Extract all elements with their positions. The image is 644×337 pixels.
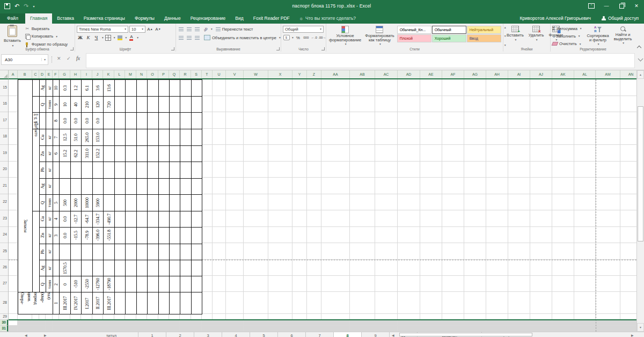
row-header-23[interactable]: 23 <box>0 210 8 227</box>
sheet-tab-1[interactable]: 1 <box>138 332 166 337</box>
minimize-button[interactable]: — <box>599 0 614 12</box>
cell-G22[interactable]: 500 <box>60 195 70 210</box>
active-cell-A30[interactable] <box>9 320 17 325</box>
select-all-corner[interactable] <box>0 70 9 79</box>
dialog-launcher-clipboard-icon[interactable] <box>70 47 74 50</box>
borders-button[interactable] <box>105 34 112 41</box>
tab-page-layout[interactable]: Разметка страницы <box>79 13 130 24</box>
column-header-AL[interactable]: AL <box>574 70 596 78</box>
column-header-L[interactable]: L <box>114 70 125 78</box>
share-button[interactable]: Общий доступ <box>596 13 644 24</box>
row-header-15[interactable]: 15 <box>0 79 8 96</box>
column-header-AB[interactable]: AB <box>350 70 375 78</box>
align-right-button[interactable] <box>194 34 201 41</box>
column-header-AI[interactable]: AI <box>508 70 530 78</box>
comma-style-button[interactable]: 000 <box>303 34 310 41</box>
column-header-Y[interactable]: Y <box>292 70 307 78</box>
sheet-tab-2[interactable]: 2 <box>166 332 194 337</box>
restore-button[interactable] <box>614 0 629 12</box>
cell-E22[interactable]: тонн <box>46 195 53 210</box>
tab-view[interactable]: Вид <box>230 13 248 24</box>
cell-H28[interactable]: IV.2017 <box>71 292 81 314</box>
italic-button[interactable]: К <box>85 34 92 41</box>
row-header-31[interactable]: 31 <box>0 326 8 332</box>
cell-G24[interactable]: 0.0 <box>60 228 70 243</box>
qat-customize-icon[interactable]: ▾ <box>33 4 34 8</box>
number-format-select[interactable]: Общий▾ <box>283 26 324 33</box>
cell-J16[interactable]: 120 <box>93 97 103 112</box>
sheet-tab-9[interactable]: 9 <box>362 332 390 337</box>
cell-I27[interactable]: -2550 <box>82 276 92 292</box>
sheet-tab-3[interactable]: 3 <box>194 332 222 337</box>
name-box-arrow-icon[interactable]: ▾ <box>41 58 48 61</box>
cell-G27[interactable]: 0 <box>60 276 70 292</box>
cell-E24[interactable]: кг <box>46 228 53 243</box>
cell-I23[interactable]: -64.7 <box>82 211 92 227</box>
close-button[interactable]: ✕ <box>629 0 644 12</box>
cancel-icon[interactable]: ✕ <box>57 56 61 61</box>
style-chip-3[interactable]: Нейтральный <box>467 26 501 34</box>
column-header-I[interactable]: I <box>81 70 92 78</box>
scroll-down-icon[interactable]: ▼ <box>637 323 644 332</box>
cell-I18[interactable]: 265.0 <box>82 129 92 145</box>
column-header-AG[interactable]: AG <box>464 70 486 78</box>
underline-button[interactable]: Ч <box>93 34 100 41</box>
redo-icon[interactable]: ↷ <box>24 3 28 9</box>
font-name-select[interactable]: Times New Roma▾ <box>77 26 128 33</box>
cell-D20[interactable]: Pb <box>40 162 46 178</box>
column-header-AN[interactable]: AN <box>620 70 636 78</box>
percent-style-button[interactable]: % <box>295 34 302 41</box>
row-header-25[interactable]: 25 <box>0 243 8 260</box>
column-header-O[interactable]: O <box>147 70 158 78</box>
copy-button[interactable]: Копировать▾ <box>25 33 68 40</box>
cell-K16[interactable]: 720 <box>104 97 114 112</box>
cell-D19[interactable]: Zn <box>40 145 46 162</box>
row-header-22[interactable]: 22 <box>0 194 8 210</box>
wrap-text-button[interactable]: Перенести текст <box>216 26 253 32</box>
tell-me-box[interactable]: ☼Что вы хотите сделать? <box>295 13 361 24</box>
column-header-R[interactable]: R <box>180 70 191 78</box>
cell-E20[interactable]: кг <box>46 162 53 178</box>
cell-G17[interactable]: 0.0 <box>60 113 70 129</box>
column-header-J[interactable]: J <box>92 70 103 78</box>
column-header-AJ[interactable]: AJ <box>530 70 552 78</box>
name-box[interactable]: A30▾ <box>1 54 48 65</box>
align-center-button[interactable] <box>186 34 193 41</box>
align-middle-button[interactable] <box>186 26 193 33</box>
column-header-B[interactable]: B <box>18 70 32 78</box>
cell-J23[interactable]: -334.7 <box>93 211 103 227</box>
column-header-K[interactable]: K <box>103 70 114 78</box>
horizontal-scroll-thumb[interactable] <box>399 333 532 336</box>
column-header-S[interactable]: S <box>191 70 202 78</box>
sheet-tab-5[interactable]: 5 <box>250 332 278 337</box>
align-bottom-button[interactable] <box>194 26 201 33</box>
dialog-launcher-number-icon[interactable] <box>321 47 325 50</box>
cell-G19[interactable]: 15.2 <box>60 145 70 162</box>
style-chip-2[interactable]: Обычный <box>432 26 466 34</box>
cell-I17[interactable]: 0.0 <box>82 113 92 129</box>
column-header-W[interactable]: W <box>244 70 268 78</box>
column-header-A[interactable]: A <box>9 70 18 78</box>
cell-G26[interactable]: 1570.5 <box>60 260 70 276</box>
cell-J27[interactable]: -12760 <box>93 276 103 292</box>
row-header-27[interactable]: 27 <box>0 276 8 292</box>
dialog-launcher-alignment-icon[interactable] <box>276 47 280 50</box>
tab-foxit[interactable]: Foxit Reader PDF <box>248 13 295 24</box>
column-header-AC[interactable]: AC <box>375 70 398 78</box>
row-header-29[interactable]: 29 <box>0 314 8 320</box>
align-left-button[interactable] <box>178 34 185 41</box>
cell-E25[interactable]: кг <box>46 244 53 260</box>
increase-decimal-button[interactable]: ←.0 <box>311 34 318 41</box>
cell-D15[interactable]: Ag <box>40 80 46 96</box>
sheet-tab-7[interactable]: 7 <box>306 332 334 337</box>
collapse-ribbon-icon[interactable] <box>637 46 641 50</box>
cell-D22[interactable]: Q <box>40 195 46 210</box>
prev-sheet-icon[interactable]: ◀ <box>25 333 27 337</box>
cell-E23[interactable]: кг <box>46 211 53 227</box>
cell-G23[interactable]: 0.0 <box>60 211 70 227</box>
cell-H17[interactable]: 0.0 <box>71 113 81 129</box>
fill-color-button[interactable] <box>116 34 123 41</box>
cell-H16[interactable]: 40 <box>71 97 81 112</box>
cell-H15[interactable]: 1.2 <box>71 80 81 96</box>
cell-K23[interactable]: -490.7 <box>104 211 114 227</box>
